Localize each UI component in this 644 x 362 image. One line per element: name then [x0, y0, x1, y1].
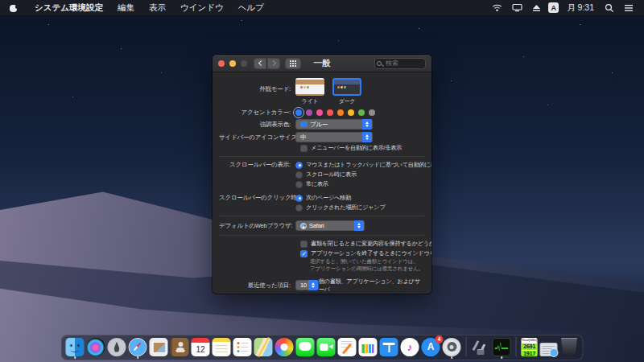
spotlight-icon[interactable]	[602, 2, 617, 14]
close-button[interactable]	[218, 60, 225, 67]
dock-item-diskwidget[interactable]: Read [MB/s]26911917	[522, 338, 538, 356]
diskwidget-text: 1917	[522, 351, 538, 356]
wifi-icon[interactable]	[489, 2, 505, 14]
dock-item-photos[interactable]	[275, 338, 294, 356]
default-browser-popup[interactable]: Safari	[295, 220, 365, 231]
ask-keep-changes-option[interactable]: 書類を閉じるときに変更内容を保持するかどうかを確認	[300, 240, 425, 248]
dock-item-contacts[interactable]	[171, 338, 189, 356]
scrollbar-click-option-jump[interactable]: クリックされた場所にジャンプ	[295, 204, 385, 212]
light-mode-thumbnail[interactable]	[295, 78, 324, 96]
menu-window[interactable]: ウインドウ	[173, 1, 231, 15]
dock-item-appstore[interactable]: 4	[422, 338, 440, 356]
maps-icon	[254, 338, 273, 356]
highlight-label: 強調表示色:	[219, 121, 295, 129]
window-controls	[218, 60, 247, 67]
accent-color-red[interactable]	[327, 109, 333, 116]
dock-item-itunes[interactable]	[401, 338, 419, 356]
notification-center-icon[interactable]	[621, 2, 636, 14]
search-input[interactable]	[374, 58, 426, 69]
eject-icon[interactable]	[530, 2, 543, 14]
accent-color-picker	[295, 109, 375, 116]
dock-item-minwindow[interactable]	[540, 338, 558, 356]
menu-app-name[interactable]: システム環境設定	[27, 1, 110, 15]
dock-item-numbers[interactable]	[359, 338, 378, 356]
sidebar-size-popup[interactable]: 中	[295, 132, 373, 142]
accent-color-graphite[interactable]	[369, 109, 375, 116]
diskwidget-icon: Read [MB/s]26911917	[522, 338, 538, 356]
show-all-button[interactable]	[285, 58, 301, 69]
menubar-autohide-option[interactable]: メニューバーを自動的に表示/非表示	[300, 144, 425, 152]
ask-keep-changes-checkbox[interactable]	[300, 241, 308, 248]
menu-view[interactable]: 表示	[142, 1, 173, 15]
dock-item-reminders[interactable]	[233, 338, 252, 356]
accent-color-pink[interactable]	[316, 109, 323, 116]
radio-button[interactable]	[295, 162, 303, 169]
dock: 124Read [MB/s]26911917	[61, 335, 584, 360]
general-pane: 外観モード: ライト ダーク アクセントカラー: 強調表示色: ブ	[213, 72, 431, 294]
popup-arrows-icon	[308, 280, 318, 290]
dark-mode-thumbnail[interactable]	[332, 78, 361, 96]
numbers-icon	[359, 338, 378, 356]
zoom-button-disabled	[241, 60, 247, 67]
scrollbar-show-option-auto[interactable]: マウスまたはトラックパッドに基づいて自動的に表示	[295, 161, 431, 169]
popup-arrows-icon	[362, 119, 372, 130]
scrollbar-show-option-always[interactable]: 常に表示	[295, 180, 431, 188]
dock-item-calendar[interactable]: 12	[192, 338, 210, 356]
dark-mode-label: ダーク	[339, 97, 356, 105]
dock-item-facetime[interactable]	[317, 338, 336, 356]
appearance-label: 外観モード:	[219, 78, 295, 93]
siri-icon	[87, 338, 105, 356]
menu-edit[interactable]: 編集	[110, 1, 142, 15]
dock-item-pages[interactable]	[338, 338, 357, 356]
scrollbar-show-option-scrolling[interactable]: スクロール時に表示	[295, 171, 431, 179]
sidebar-size-value: 中	[300, 134, 306, 142]
close-windows-on-quit-checkbox[interactable]	[300, 250, 308, 257]
popup-arrows-icon	[362, 132, 372, 142]
radio-button[interactable]	[295, 181, 303, 188]
appearance-option-light[interactable]: ライト	[295, 78, 324, 105]
minimize-button[interactable]	[229, 60, 236, 67]
apple-menu-icon[interactable]	[9, 3, 18, 12]
display-mirroring-icon[interactable]	[510, 2, 525, 14]
recent-items-popup[interactable]: 10	[295, 280, 319, 290]
accent-color-blue[interactable]	[295, 109, 302, 116]
dock-item-mail[interactable]	[150, 338, 168, 356]
radio-button[interactable]	[295, 204, 303, 212]
option-label: スクロール時に表示	[306, 171, 357, 179]
dock-item-launchpad[interactable]	[108, 338, 126, 356]
finder-icon	[66, 338, 85, 356]
dock-item-calipers[interactable]	[472, 338, 490, 356]
dock-separator	[466, 337, 467, 356]
dock-item-maps[interactable]	[254, 338, 273, 356]
radio-button[interactable]	[295, 195, 303, 202]
accent-color-orange[interactable]	[337, 109, 344, 116]
scrollbar-click-option-nextpage[interactable]: 次のページへ移動	[295, 194, 385, 202]
minwindow-icon	[540, 343, 558, 356]
dock-item-notes[interactable]	[213, 338, 231, 356]
menu-help[interactable]: ヘルプ	[231, 1, 271, 15]
appearance-option-dark[interactable]: ダーク	[332, 78, 361, 105]
dock-item-finder[interactable]	[66, 338, 85, 356]
dock-item-safari[interactable]	[129, 338, 147, 356]
dock-item-sysprefs[interactable]	[443, 338, 461, 356]
accent-color-green[interactable]	[358, 109, 365, 116]
title-bar[interactable]: 一般	[213, 55, 431, 72]
mail-icon	[150, 338, 168, 356]
menubar-autohide-checkbox[interactable]	[300, 145, 308, 152]
menu-bar-clock[interactable]: 月 9:31	[564, 2, 597, 14]
light-mode-label: ライト	[302, 97, 319, 105]
accent-color-yellow[interactable]	[348, 109, 354, 116]
close-windows-on-quit-option[interactable]: アプリケーションを終了するときにウインドウを閉じる	[300, 249, 425, 257]
chevron-right-icon	[270, 60, 275, 66]
accent-color-purple[interactable]	[306, 109, 312, 116]
dock-item-keynote[interactable]	[380, 338, 398, 356]
option-label: クリックされた場所にジャンプ	[306, 204, 385, 212]
radio-button[interactable]	[295, 171, 303, 179]
input-source-icon[interactable]: A	[548, 2, 559, 13]
dock-item-trash[interactable]	[560, 338, 579, 356]
highlight-color-popup[interactable]: ブルー	[295, 119, 373, 130]
back-button[interactable]	[254, 58, 266, 69]
dock-item-siri[interactable]	[87, 338, 105, 356]
dock-item-messages[interactable]	[296, 338, 315, 356]
dock-item-scope[interactable]	[493, 338, 511, 356]
